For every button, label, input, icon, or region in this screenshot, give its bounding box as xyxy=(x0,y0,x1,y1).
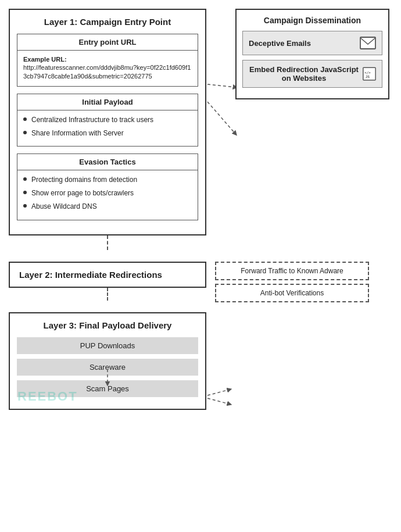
svg-line-0 xyxy=(207,84,235,87)
email-icon xyxy=(360,36,376,50)
entry-point-content: Example URL: http://featuresscanner.com/… xyxy=(17,51,198,86)
svg-text:</>: </> xyxy=(364,71,371,74)
campaign-box: Campaign Dissemination Deceptive Emails … xyxy=(235,9,389,99)
payload-item-1: PUP Downloads xyxy=(17,337,198,354)
evasion-bullet-3-text: Abuse Wildcard DNS xyxy=(31,202,97,212)
layer2-wrapper: Layer 2: Intermediate Redirections Forwa… xyxy=(9,262,392,288)
evasion-bullet-1-text: Protecting domains from detection xyxy=(31,175,137,185)
embed-redirect-item: Embed Redirection JavaScript on Websites… xyxy=(242,60,382,88)
evasion-bullet-3: Abuse Wildcard DNS xyxy=(23,202,192,212)
initial-bullet-1-text: Centralized Infrastructure to track user… xyxy=(31,115,153,125)
js-icon: </> JS xyxy=(363,67,376,81)
payload-item-2: Scareware xyxy=(17,359,198,376)
campaign-title: Campaign Dissemination xyxy=(242,16,382,25)
side-box-1-text: Forward Traffic to Known Adware xyxy=(241,267,343,275)
initial-bullet-2-text: Share Information with Server xyxy=(31,128,124,138)
initial-payload-content: Centralized Infrastructure to track user… xyxy=(17,110,198,147)
embed-redirect-label: Embed Redirection JavaScript on Websites xyxy=(249,65,359,83)
layer1-title: Layer 1: Campaign Entry Point xyxy=(17,17,198,27)
bullet-dot xyxy=(23,117,27,121)
deceptive-emails-label: Deceptive Emails xyxy=(249,39,311,48)
url-value: http://featuresscanner.com/dddvjib8mu?ke… xyxy=(23,64,191,80)
svg-line-3 xyxy=(207,390,230,395)
v-connector-1-2 xyxy=(107,235,108,250)
bullet-dot xyxy=(23,177,27,181)
svg-line-4 xyxy=(207,398,230,404)
bullet-dot xyxy=(23,204,27,208)
initial-payload-box: Initial Payload Centralized Infrastructu… xyxy=(17,94,198,147)
side-box-2: Anti-bot Verifications xyxy=(215,284,369,302)
evasion-header: Evasion Tactics xyxy=(17,154,198,170)
evasion-content: Protecting domains from detection Show e… xyxy=(17,170,198,219)
initial-bullet-2: Share Information with Server xyxy=(23,128,192,138)
svg-line-1 xyxy=(207,102,235,134)
watermark: REEBOT xyxy=(17,389,78,404)
layer2-box: Layer 2: Intermediate Redirections xyxy=(9,262,206,288)
initial-bullet-1: Centralized Infrastructure to track user… xyxy=(23,115,192,125)
url-label: Example URL: xyxy=(23,56,67,63)
svg-text:JS: JS xyxy=(366,75,370,78)
side-box-2-text: Anti-bot Verifications xyxy=(260,289,324,297)
layer2-side: Forward Traffic to Known Adware Anti-bot… xyxy=(215,262,369,306)
v-connector-2-3 xyxy=(107,288,108,301)
layer2-title: Layer 2: Intermediate Redirections xyxy=(19,270,196,280)
evasion-bullet-1: Protecting domains from detection xyxy=(23,175,192,185)
entry-point-box: Entry point URL Example URL: http://feat… xyxy=(17,34,198,87)
bullet-dot xyxy=(23,191,27,194)
evasion-bullet-2-text: Show error page to bots/crawlers xyxy=(31,188,134,198)
initial-payload-header: Initial Payload xyxy=(17,94,198,110)
bullet-dot xyxy=(23,131,27,134)
evasion-bullet-2: Show error page to bots/crawlers xyxy=(23,188,192,198)
layer1-box: Layer 1: Campaign Entry Point Entry poin… xyxy=(9,9,206,235)
deceptive-emails-item: Deceptive Emails xyxy=(242,31,382,55)
evasion-tactics-box: Evasion Tactics Protecting domains from … xyxy=(17,153,198,220)
side-box-1: Forward Traffic to Known Adware xyxy=(215,262,369,280)
svg-rect-7 xyxy=(360,37,375,49)
entry-point-header: Entry point URL xyxy=(17,34,198,51)
layer3-title: Layer 3: Final Payload Delivery xyxy=(17,320,198,330)
